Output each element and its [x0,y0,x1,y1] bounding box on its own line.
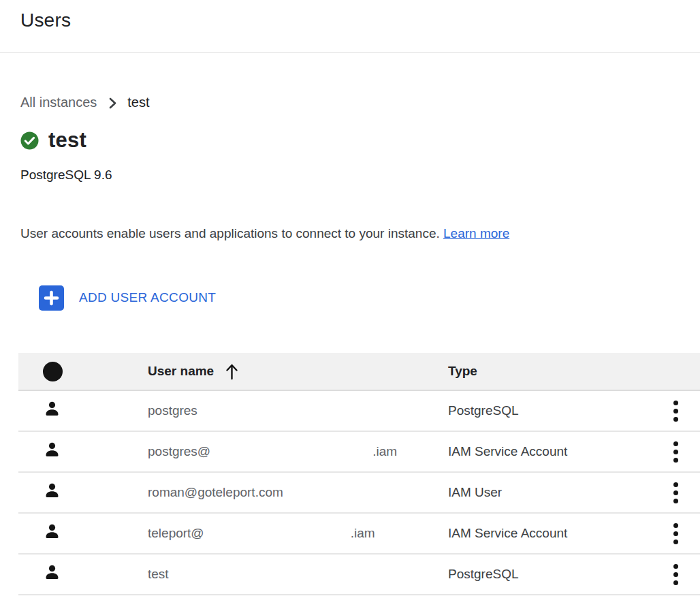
row-avatar-cell [18,441,148,463]
table-row[interactable]: postgres PostgreSQL [18,391,700,432]
table-header-row: User name Type [18,353,700,391]
filled-circle-icon [43,362,63,381]
instance-title-row: test [20,124,700,157]
table-row[interactable]: teleport@.iam IAM Service Account [18,514,700,555]
row-user-name-cell: roman@goteleport.com [148,485,448,500]
user-name-prefix: roman@goteleport.com [148,485,283,500]
header-user-name[interactable]: User name [148,363,448,380]
row-type-cell: IAM Service Account [448,526,651,541]
row-type-cell: IAM User [448,485,651,500]
person-icon [43,400,61,422]
row-menu-cell [651,437,700,467]
page-header: Users [0,0,700,53]
row-menu-cell [651,396,700,426]
instance-name: test [48,128,86,153]
header-type-label: Type [448,364,477,379]
table-row[interactable]: roman@goteleport.com IAM User [18,473,700,514]
user-name-prefix: teleport@ [148,526,204,541]
person-icon [43,563,61,585]
row-user-name-cell: teleport@.iam [148,526,448,541]
breadcrumb: All instances test [20,93,700,112]
row-kebab-menu-icon[interactable] [671,519,681,548]
row-type-cell: PostgreSQL [448,403,651,418]
add-user-account-label: ADD USER ACCOUNT [79,290,216,305]
row-type-cell: IAM Service Account [448,444,651,459]
plus-icon [39,285,64,311]
user-name-prefix: test [148,567,169,582]
instance-version: PostgreSQL 9.6 [20,168,700,183]
user-name: teleport@.iam [148,526,375,541]
sort-ascending-arrow-icon [225,363,239,380]
breadcrumb-current: test [127,95,149,110]
user-type: IAM Service Account [448,444,567,459]
user-type: IAM Service Account [448,526,567,541]
row-avatar-cell [18,522,148,544]
row-kebab-menu-icon[interactable] [671,437,681,467]
user-type: PostgreSQL [448,567,519,582]
user-name-redacted-gap [210,452,372,452]
row-avatar-cell [18,563,148,585]
row-kebab-menu-icon[interactable] [671,560,681,589]
row-kebab-menu-icon[interactable] [671,396,681,426]
row-avatar-cell [18,400,148,422]
user-type: IAM User [448,485,502,500]
user-name-prefix: postgres [148,403,197,418]
header-type[interactable]: Type [448,364,651,379]
person-icon [43,482,61,503]
table-body: postgres PostgreSQL postgres@.iam [18,391,700,595]
breadcrumb-all-instances[interactable]: All instances [20,95,97,110]
user-type: PostgreSQL [448,403,519,418]
row-menu-cell [651,478,700,507]
table-row[interactable]: test PostgreSQL [18,555,700,595]
user-name: postgres@.iam [148,444,397,459]
user-name-suffix: .iam [351,526,375,541]
user-name: postgres [148,403,197,418]
header-user-name-label: User name [148,364,214,379]
user-name-prefix: postgres@ [148,444,210,459]
person-icon [43,522,61,544]
row-type-cell: PostgreSQL [448,567,651,582]
row-menu-cell [651,519,700,548]
header-avatar-column [18,362,148,381]
table-row[interactable]: postgres@.iam IAM Service Account [18,432,700,473]
page-title: Users [20,10,700,31]
user-name: test [148,567,169,582]
description-text: User accounts enable users and applicati… [20,226,700,244]
user-name-suffix: .iam [372,444,397,459]
row-user-name-cell: postgres@.iam [148,444,448,459]
row-user-name-cell: test [148,567,448,582]
row-avatar-cell [18,482,148,503]
status-check-circle-icon [20,131,39,150]
add-user-account-button[interactable]: ADD USER ACCOUNT [39,285,216,311]
person-icon [43,441,61,463]
chevron-right-icon [108,97,118,109]
learn-more-link[interactable]: Learn more [443,226,509,240]
user-name-redacted-gap [204,533,351,534]
row-kebab-menu-icon[interactable] [671,478,681,507]
row-menu-cell [651,560,700,589]
description-body: User accounts enable users and applicati… [20,226,443,240]
users-table: User name Type postgres [18,353,700,595]
row-user-name-cell: postgres [148,403,448,418]
user-name: roman@goteleport.com [148,485,283,500]
